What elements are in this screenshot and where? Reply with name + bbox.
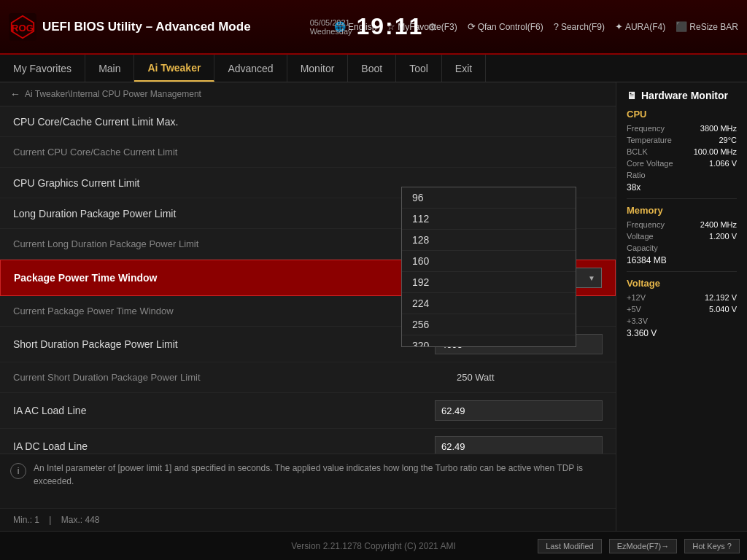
- dropdown-item-256[interactable]: 256: [402, 314, 576, 335]
- volt-12v-value: 12.192 V: [705, 293, 737, 302]
- cpu-corevolt-row: Core Voltage 1.066 V: [627, 159, 737, 168]
- cpu-ratio-label: Ratio: [627, 171, 646, 179]
- label-current-cpu-core: Current CPU Core/Cache Current Limit: [13, 147, 457, 158]
- cpu-corevolt-value: 1.066 V: [709, 159, 737, 168]
- cpu-temperature-value: 29°C: [719, 136, 737, 144]
- nav-boot[interactable]: Boot: [348, 55, 396, 82]
- volt-12v-row: +12V 12.192 V: [627, 293, 737, 302]
- voltage-section: Voltage +12V 12.192 V +5V 5.040 V +3.3V …: [627, 278, 737, 338]
- header: ROG UEFI BIOS Utility – Advanced Mode 05…: [0, 0, 747, 55]
- resizebar-label: ReSize BAR: [689, 22, 738, 32]
- info-icon: i: [10, 463, 26, 479]
- volt-12v-label: +12V: [627, 293, 646, 302]
- input-ia-ac-load[interactable]: [435, 400, 603, 421]
- breadcrumb-path: Ai Tweaker\Internal CPU Power Management: [25, 89, 201, 99]
- ezmode-button[interactable]: EzMode(F7)→: [609, 539, 678, 553]
- dropdown-item-160[interactable]: 160: [402, 251, 576, 272]
- bios-title: UEFI BIOS Utility – Advanced Mode: [42, 20, 251, 34]
- row-ia-dc-load[interactable]: IA DC Load Line: [0, 429, 616, 454]
- cpu-ratio-value: 38x: [627, 182, 737, 192]
- nav-favorites[interactable]: My Favorites: [0, 55, 85, 82]
- aura-control[interactable]: ✦ AURA(F4): [615, 21, 665, 32]
- nav-main[interactable]: Main: [85, 55, 134, 82]
- hardware-monitor-panel: 🖥 Hardware Monitor CPU Frequency 3800 MH…: [616, 82, 747, 531]
- info-text: An Intel parameter of [power limit 1] an…: [34, 462, 605, 501]
- range-info: Min.: 1 | Max.: 448: [0, 508, 616, 531]
- qfan-control[interactable]: ⟳ Qfan Control(F6): [468, 21, 543, 32]
- chevron-down-icon: ▼: [588, 274, 595, 282]
- nav-aitweaker[interactable]: Ai Tweaker: [134, 55, 214, 82]
- volt-5v-row: +5V 5.040 V: [627, 305, 737, 314]
- label-short-duration-limit: Short Duration Package Power Limit: [13, 338, 435, 350]
- dropdown-item-320[interactable]: 320: [402, 335, 576, 347]
- panel-title-text: Hardware Monitor: [641, 90, 728, 101]
- last-modified-button[interactable]: Last Modified: [538, 539, 601, 553]
- footer-copyright: Version 2.21.1278 Copyright (C) 2021 AMI: [291, 541, 455, 551]
- date-display: 05/05/2021 Wednesday: [310, 18, 352, 36]
- dropdown-item-192[interactable]: 192: [402, 272, 576, 293]
- cpu-divider: [627, 198, 737, 199]
- cpu-corevolt-label: Core Voltage: [627, 159, 673, 168]
- volt-5v-value: 5.040 V: [709, 305, 737, 314]
- nav-advanced[interactable]: Advanced: [214, 55, 287, 82]
- cpu-section-title: CPU: [627, 109, 737, 120]
- aura-label: AURA(F4): [625, 22, 665, 32]
- label-cpu-core-limit: CPU Core/Cache Current Limit Max.: [13, 116, 457, 128]
- range-separator: |: [49, 515, 51, 525]
- mem-frequency-label: Frequency: [627, 220, 665, 229]
- resizebar-icon: ⬛: [676, 21, 687, 32]
- logo-area: ROG UEFI BIOS Utility – Advanced Mode: [9, 13, 251, 41]
- dropdown-item-96[interactable]: 96: [402, 187, 576, 209]
- dropdown-item-224[interactable]: 224: [402, 293, 576, 314]
- nav-monitor[interactable]: Monitor: [287, 55, 349, 82]
- nav-tool[interactable]: Tool: [396, 55, 442, 82]
- monitor-icon: 🖥: [627, 90, 637, 101]
- row-ia-ac-load[interactable]: IA AC Load Line: [0, 393, 616, 429]
- label-current-package-window: Current Package Power Time Window: [13, 306, 457, 316]
- cpu-bclk-row: BCLK 100.00 MHz: [627, 147, 737, 156]
- volt-33v-value: 3.360 V: [627, 328, 737, 338]
- memory-section-title: Memory: [627, 205, 737, 216]
- search-icon: ?: [554, 21, 559, 32]
- row-current-cpu-core[interactable]: Current CPU Core/Cache Current Limit: [0, 137, 616, 168]
- mem-capacity-value: 16384 MB: [627, 255, 737, 265]
- mem-voltage-label: Voltage: [627, 232, 654, 241]
- nav-exit[interactable]: Exit: [442, 55, 486, 82]
- mem-voltage-row: Voltage 1.200 V: [627, 232, 737, 241]
- rog-logo: ROG: [9, 13, 36, 41]
- cpu-frequency-label: Frequency: [627, 124, 665, 133]
- mem-frequency-value: 2400 MHz: [700, 220, 737, 229]
- search-control[interactable]: ? Search(F9): [554, 21, 605, 32]
- back-button[interactable]: ←: [10, 88, 20, 100]
- dropdown-item-128[interactable]: 128: [402, 230, 576, 251]
- resizebar-control[interactable]: ⬛ ReSize BAR: [676, 21, 738, 32]
- label-ia-ac-load: IA AC Load Line: [13, 405, 435, 416]
- info-box: i An Intel parameter of [power limit 1] …: [0, 454, 616, 508]
- dropdown-item-112[interactable]: 112: [402, 209, 576, 230]
- svg-text:ROG: ROG: [12, 22, 34, 33]
- cpu-frequency-row: Frequency 3800 MHz: [627, 124, 737, 133]
- hotkeys-button[interactable]: Hot Keys ?: [684, 539, 740, 553]
- qfan-label: Qfan Control(F6): [478, 22, 543, 32]
- cpu-bclk-value: 100.00 MHz: [694, 147, 737, 156]
- label-current-short-duration: Current Short Duration Package Power Lim…: [13, 372, 457, 383]
- date: 05/05/2021: [310, 18, 352, 27]
- row-cpu-core-limit[interactable]: CPU Core/Cache Current Limit Max.: [0, 106, 616, 137]
- settings-icon[interactable]: ⚙: [427, 21, 437, 33]
- search-label: Search(F9): [561, 22, 605, 32]
- input-ia-dc-load[interactable]: [435, 436, 603, 454]
- memory-section: Memory Frequency 2400 MHz Voltage 1.200 …: [627, 205, 737, 265]
- row-current-short-duration[interactable]: Current Short Duration Package Power Lim…: [0, 362, 616, 393]
- breadcrumb: ← Ai Tweaker\Internal CPU Power Manageme…: [0, 82, 616, 106]
- mem-capacity-row: Capacity 16384 MB: [627, 244, 737, 265]
- aura-icon: ✦: [615, 21, 623, 32]
- range-max: Max.: 448: [61, 515, 100, 525]
- memory-divider: [627, 271, 737, 272]
- mem-frequency-row: Frequency 2400 MHz: [627, 220, 737, 229]
- range-min: Min.: 1: [13, 515, 39, 525]
- footer: Version 2.21.1278 Copyright (C) 2021 AMI…: [0, 531, 747, 560]
- label-long-duration-limit: Long Duration Package Power Limit: [13, 208, 457, 219]
- dropdown-overlay[interactable]: 96 112 128 160 192 224 256 320 384 448: [401, 187, 576, 347]
- mem-capacity-label: Capacity: [627, 244, 658, 252]
- panel-title: 🖥 Hardware Monitor: [627, 90, 737, 101]
